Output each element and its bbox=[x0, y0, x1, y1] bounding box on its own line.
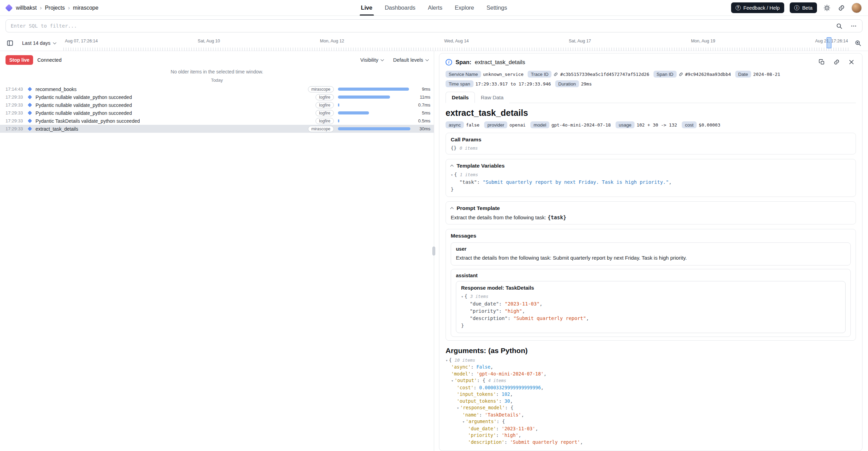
search-icon[interactable] bbox=[835, 21, 844, 30]
trace-row-time: 17:29:33 bbox=[6, 94, 28, 100]
tab-raw-data[interactable]: Raw Data bbox=[475, 92, 509, 103]
breadcrumb-item-projects[interactable]: Projects bbox=[45, 5, 65, 11]
response-model-label: Response model: bbox=[461, 285, 504, 291]
span-level-icon bbox=[28, 127, 32, 131]
duration-bar-track bbox=[338, 103, 410, 107]
detail-tabs: DetailsRaw Data bbox=[446, 91, 856, 103]
trace-row-name: extract_task_details bbox=[36, 126, 78, 132]
sql-filter bbox=[6, 19, 862, 32]
span-level-icon bbox=[28, 87, 32, 91]
tree-collapse-icon[interactable]: ▾ bbox=[451, 173, 453, 177]
share-link-icon[interactable] bbox=[837, 3, 846, 12]
message-user: user Extract the details from the follow… bbox=[451, 242, 851, 265]
time-range-dropdown[interactable]: Last 14 days bbox=[19, 38, 59, 48]
response-model-name: TaskDetails bbox=[506, 285, 534, 291]
duration-bar bbox=[338, 88, 409, 91]
timeline-ruler bbox=[63, 48, 849, 51]
more-options-icon[interactable] bbox=[849, 21, 858, 30]
duration-bar-track bbox=[338, 96, 410, 99]
trace-row-time: 17:14:43 bbox=[6, 87, 28, 92]
detail-scroll-area[interactable]: extract_task_details asyncfalseprovidero… bbox=[446, 103, 856, 447]
meta-pill-value: unknown_service bbox=[483, 72, 523, 77]
zoom-in-icon[interactable] bbox=[854, 39, 862, 48]
tree-collapse-icon[interactable]: ▾ bbox=[461, 294, 463, 299]
trace-row[interactable]: 17:29:33Pydantic TaskDetails validate_py… bbox=[0, 117, 434, 125]
span-detail-panel: i Span: extract_task_details bbox=[439, 53, 862, 451]
prompt-template-section: Prompt Template Extract the details from… bbox=[446, 201, 856, 224]
main-content: Stop live Connected Visibility Default l… bbox=[0, 51, 868, 451]
meta-pill-value: 2024-08-21 bbox=[753, 72, 780, 77]
span-detail-region: i Span: extract_task_details bbox=[434, 51, 868, 451]
span-badge-value: 102 + 30 -> 132 bbox=[637, 122, 677, 128]
trace-row[interactable]: 17:29:33Pydantic nullable validate_pytho… bbox=[0, 109, 434, 117]
timeline-tick-label: Sat, Aug 17 bbox=[569, 39, 591, 43]
user-avatar[interactable] bbox=[851, 3, 862, 13]
trace-row[interactable]: 17:29:33Pydantic nullable validate_pytho… bbox=[0, 101, 434, 109]
tree-collapse-icon[interactable]: ▾ bbox=[462, 420, 465, 424]
breadcrumb-item-willbakst[interactable]: willbakst bbox=[16, 5, 37, 11]
nav-item-dashboards[interactable]: Dashboards bbox=[385, 0, 416, 16]
divider-drag-handle[interactable] bbox=[432, 247, 435, 255]
trace-row-name: Pydantic nullable validate_python succee… bbox=[36, 102, 132, 108]
span-badge-value: $0.00003 bbox=[699, 122, 720, 128]
tab-details[interactable]: Details bbox=[446, 92, 475, 103]
trace-row-duration: 30ms bbox=[415, 126, 430, 131]
span-header-name: extract_task_details bbox=[475, 59, 525, 66]
messages-heading: Messages bbox=[451, 233, 476, 239]
duration-bar-track bbox=[338, 119, 410, 122]
panel-divider[interactable] bbox=[434, 51, 434, 451]
permalink-icon[interactable] bbox=[832, 58, 841, 67]
tree-collapse-icon[interactable]: ▾ bbox=[457, 406, 459, 410]
feedback-help-button[interactable]: ? Feedback / Help bbox=[731, 2, 785, 13]
org-logo-icon[interactable] bbox=[5, 4, 13, 12]
empty-braces: {} bbox=[451, 145, 457, 151]
sidebar-toggle-icon[interactable] bbox=[6, 39, 14, 48]
trace-row[interactable]: 17:29:33Pydantic nullable validate_pytho… bbox=[0, 93, 434, 101]
prompt-template-heading: Prompt Template bbox=[457, 205, 500, 211]
meta-pill-label: Trace ID bbox=[528, 71, 551, 78]
span-badge-label: async bbox=[446, 121, 464, 128]
breadcrumb-item-mirascope[interactable]: mirascope bbox=[73, 5, 99, 11]
timeline-selection-brush[interactable] bbox=[827, 37, 831, 48]
close-icon[interactable] bbox=[847, 58, 856, 67]
trace-row-duration: 0.7ms bbox=[415, 102, 430, 108]
span-badge-value: gpt-4o-mini-2024-07-18 bbox=[551, 122, 611, 128]
tree-collapse-icon[interactable]: ▾ bbox=[446, 358, 448, 363]
span-badge-cost: cost$0.00003 bbox=[682, 121, 720, 128]
prompt-template-variable: {task} bbox=[548, 214, 566, 221]
trace-row-tag: logfire bbox=[316, 94, 334, 100]
trace-row-tag: logfire bbox=[316, 110, 334, 116]
meta-pill-value: #9c942620aa93dbb4 bbox=[685, 72, 731, 77]
live-trace-panel: Stop live Connected Visibility Default l… bbox=[0, 51, 434, 451]
template-variables-heading: Template Variables bbox=[457, 163, 505, 169]
nav-item-alerts[interactable]: Alerts bbox=[428, 0, 442, 16]
trace-row-time: 17:29:33 bbox=[6, 118, 28, 123]
timeline-strip[interactable]: Aug 07, 17:26:14Sat, Aug 10Mon, Aug 12We… bbox=[63, 35, 849, 51]
meta-pill-label: Time span bbox=[446, 80, 473, 87]
tree-collapse-icon[interactable]: ▾ bbox=[451, 379, 453, 383]
trace-row[interactable]: 17:14:43recommend_booksmirascope9ms bbox=[0, 85, 434, 93]
copy-icon[interactable] bbox=[817, 58, 826, 67]
timeline-tick-label: Mon, Aug 12 bbox=[320, 39, 344, 43]
trace-row[interactable]: 17:29:33extract_task_detailsmirascope30m… bbox=[0, 125, 434, 133]
span-badge-row: asyncfalseprovideropenaimodelgpt-4o-mini… bbox=[446, 121, 856, 128]
trace-row-duration: 0.5ms bbox=[415, 118, 430, 123]
default-levels-label: Default levels bbox=[393, 57, 423, 63]
nav-item-live[interactable]: Live bbox=[361, 0, 372, 16]
breadcrumb-separator: › bbox=[40, 4, 42, 11]
stop-live-button[interactable]: Stop live bbox=[6, 55, 33, 65]
beta-label: Beta bbox=[802, 5, 812, 11]
call-params-section: Call Params {}0 items bbox=[446, 133, 856, 154]
trace-row-time: 17:29:33 bbox=[6, 126, 28, 131]
sql-filter-input[interactable] bbox=[11, 23, 835, 29]
default-levels-dropdown[interactable]: Default levels bbox=[393, 57, 428, 63]
visibility-dropdown[interactable]: Visibility bbox=[360, 57, 383, 63]
time-range-label: Last 14 days bbox=[22, 40, 50, 46]
nav-item-settings[interactable]: Settings bbox=[487, 0, 507, 16]
collapse-icon[interactable] bbox=[450, 207, 454, 211]
theme-toggle-icon[interactable] bbox=[822, 3, 831, 12]
nav-item-explore[interactable]: Explore bbox=[455, 0, 474, 16]
trace-row-tag: logfire bbox=[316, 118, 334, 124]
collapse-icon[interactable] bbox=[450, 165, 454, 168]
beta-button[interactable]: i Beta bbox=[790, 2, 817, 13]
